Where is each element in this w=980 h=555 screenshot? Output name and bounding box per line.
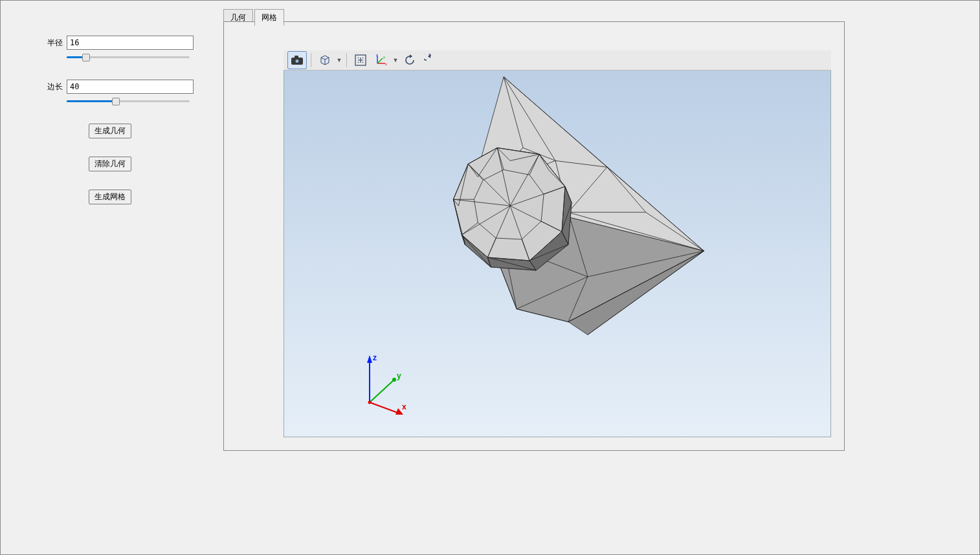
rotate-cw-icon[interactable]: [400, 51, 419, 69]
camera-icon[interactable]: [287, 51, 307, 69]
svg-text:x: x: [385, 62, 387, 66]
axes-icon[interactable]: zyx: [372, 51, 391, 69]
cube-icon[interactable]: [315, 51, 335, 69]
svg-rect-1: [295, 56, 298, 58]
radius-label: 半径: [1, 38, 67, 49]
axes-dropdown-icon[interactable]: ▼: [392, 52, 399, 69]
generate-mesh-button[interactable]: 生成网格: [89, 190, 131, 204]
radius-slider[interactable]: [67, 52, 190, 61]
generate-geometry-button[interactable]: 生成几何: [89, 124, 131, 138]
clear-geometry-button[interactable]: 清除几何: [89, 157, 131, 171]
tab-mesh[interactable]: 网格: [254, 9, 284, 26]
edge-label: 边长: [1, 82, 67, 92]
mesh-3d-view[interactable]: z y x: [284, 50, 831, 437]
view-toolbar: ▼ zyx ▼: [284, 50, 831, 71]
svg-text:y: y: [383, 55, 385, 59]
fit-view-icon[interactable]: [351, 51, 370, 69]
edge-input[interactable]: [67, 80, 194, 94]
svg-text:z: z: [376, 54, 378, 57]
app-window: 半径 边长 生成几何 清除几何 生成网格 几何 网格: [0, 0, 980, 555]
controls-panel: 半径 边长 生成几何 清除几何 生成网格: [1, 1, 221, 223]
rotate-ccw-icon[interactable]: [421, 51, 440, 69]
viewport-panel: ▼ zyx ▼: [223, 21, 845, 451]
radius-input[interactable]: [67, 36, 194, 50]
edge-slider[interactable]: [67, 96, 190, 105]
cube-dropdown-icon[interactable]: ▼: [336, 52, 342, 69]
